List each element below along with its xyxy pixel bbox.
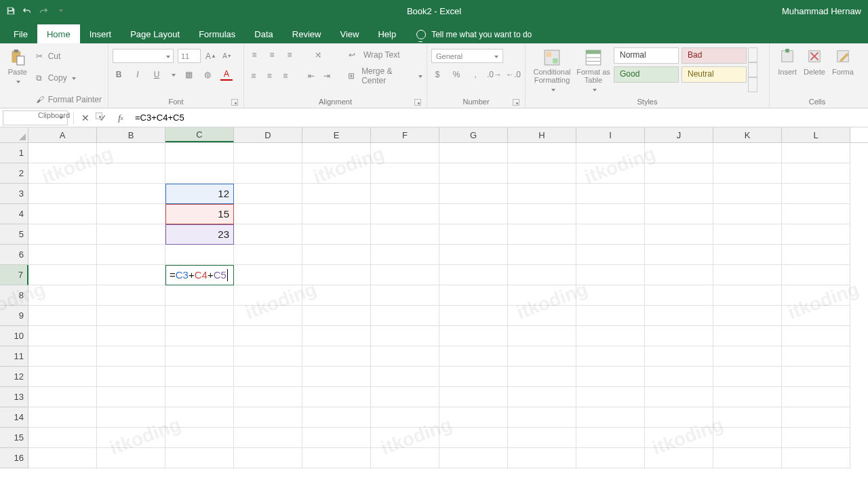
cell-K8[interactable] bbox=[713, 285, 782, 306]
column-header[interactable]: H bbox=[508, 127, 576, 142]
cell-F3[interactable] bbox=[371, 184, 439, 204]
row-header[interactable]: 12 bbox=[0, 367, 28, 387]
tab-insert[interactable]: Insert bbox=[80, 24, 121, 43]
cell-K15[interactable] bbox=[713, 428, 782, 448]
cell-K5[interactable] bbox=[713, 224, 782, 245]
dialog-launcher-icon[interactable] bbox=[96, 113, 102, 119]
font-name-combo[interactable] bbox=[113, 49, 174, 63]
cell-J1[interactable] bbox=[645, 143, 713, 163]
column-header[interactable]: A bbox=[28, 127, 97, 142]
cell-A10[interactable] bbox=[28, 326, 97, 346]
qat-customize-icon[interactable] bbox=[54, 5, 65, 16]
cell-H9[interactable] bbox=[508, 306, 576, 326]
cell-F7[interactable] bbox=[371, 265, 439, 285]
paste-button[interactable]: Paste bbox=[4, 46, 31, 85]
cell-B7[interactable] bbox=[97, 265, 165, 285]
cell-C13[interactable] bbox=[165, 387, 234, 407]
cell-K3[interactable] bbox=[713, 184, 782, 204]
cell-D5[interactable] bbox=[234, 224, 302, 245]
cell-I5[interactable] bbox=[576, 224, 645, 245]
cell-K6[interactable] bbox=[713, 245, 782, 265]
cell-A2[interactable] bbox=[28, 163, 97, 184]
cell-A1[interactable] bbox=[28, 143, 97, 163]
percent-format-icon[interactable]: % bbox=[450, 68, 462, 81]
row-header[interactable]: 7 bbox=[0, 265, 28, 285]
cell-L13[interactable] bbox=[782, 387, 850, 407]
row-header[interactable]: 15 bbox=[0, 428, 28, 448]
cell-B13[interactable] bbox=[97, 387, 165, 407]
cell-E12[interactable] bbox=[302, 367, 371, 387]
cell-K1[interactable] bbox=[713, 143, 782, 163]
column-header[interactable]: L bbox=[782, 127, 850, 142]
cell-I16[interactable] bbox=[576, 448, 645, 468]
cell-E13[interactable] bbox=[302, 387, 371, 407]
cell-C7[interactable]: =C3+C4+C5 bbox=[165, 265, 234, 285]
save-icon[interactable] bbox=[5, 5, 16, 16]
cell-H13[interactable] bbox=[508, 387, 576, 407]
column-header[interactable]: B bbox=[97, 127, 165, 142]
cell-D1[interactable] bbox=[234, 143, 302, 163]
cell-D9[interactable] bbox=[234, 306, 302, 326]
cell-G9[interactable] bbox=[439, 306, 508, 326]
cell-G16[interactable] bbox=[439, 448, 508, 468]
cell-B12[interactable] bbox=[97, 367, 165, 387]
insert-function-button[interactable]: fx bbox=[112, 110, 130, 125]
cell-L2[interactable] bbox=[782, 163, 850, 184]
cell-C1[interactable] bbox=[165, 143, 234, 163]
cell-G1[interactable] bbox=[439, 143, 508, 163]
cell-A16[interactable] bbox=[28, 448, 97, 468]
column-header[interactable]: F bbox=[371, 127, 439, 142]
cell-F5[interactable] bbox=[371, 224, 439, 245]
orientation-icon[interactable]: ⤨ bbox=[312, 49, 324, 61]
cell-B3[interactable] bbox=[97, 184, 165, 204]
cell-I7[interactable] bbox=[576, 265, 645, 285]
column-header[interactable]: C bbox=[165, 127, 234, 142]
cell-C8[interactable] bbox=[165, 285, 234, 306]
cell-K12[interactable] bbox=[713, 367, 782, 387]
cell-H5[interactable] bbox=[508, 224, 576, 245]
cell-D10[interactable] bbox=[234, 326, 302, 346]
cell-I13[interactable] bbox=[576, 387, 645, 407]
style-neutral[interactable]: Neutral bbox=[682, 66, 747, 83]
column-header[interactable]: K bbox=[713, 127, 782, 142]
row-header[interactable]: 13 bbox=[0, 387, 28, 407]
row-header[interactable]: 5 bbox=[0, 224, 28, 245]
align-middle-icon[interactable]: ≡ bbox=[266, 49, 278, 61]
cell-L7[interactable] bbox=[782, 265, 850, 285]
cell-E4[interactable] bbox=[302, 204, 371, 224]
cell-A8[interactable] bbox=[28, 285, 97, 306]
dialog-launcher-icon[interactable] bbox=[414, 99, 421, 106]
cell-H16[interactable] bbox=[508, 448, 576, 468]
cell-H8[interactable] bbox=[508, 285, 576, 306]
comma-format-icon[interactable]: , bbox=[469, 68, 481, 81]
row-header[interactable]: 6 bbox=[0, 245, 28, 265]
cell-C14[interactable] bbox=[165, 407, 234, 428]
align-center-icon[interactable]: ≡ bbox=[264, 70, 274, 82]
tab-page-layout[interactable]: Page Layout bbox=[121, 24, 189, 43]
cell-J11[interactable] bbox=[645, 346, 713, 367]
align-left-icon[interactable]: ≡ bbox=[248, 70, 258, 82]
italic-button[interactable]: I bbox=[132, 68, 144, 81]
cell-L10[interactable] bbox=[782, 326, 850, 346]
cell-J12[interactable] bbox=[645, 367, 713, 387]
cell-A7[interactable] bbox=[28, 265, 97, 285]
column-header[interactable]: I bbox=[576, 127, 645, 142]
cell-L8[interactable] bbox=[782, 285, 850, 306]
row-header[interactable]: 14 bbox=[0, 407, 28, 428]
cell-D8[interactable] bbox=[234, 285, 302, 306]
cell-J5[interactable] bbox=[645, 224, 713, 245]
cell-J15[interactable] bbox=[645, 428, 713, 448]
cell-A12[interactable] bbox=[28, 367, 97, 387]
column-header[interactable]: J bbox=[645, 127, 713, 142]
select-all-button[interactable] bbox=[0, 127, 28, 142]
cell-E6[interactable] bbox=[302, 245, 371, 265]
cell-D3[interactable] bbox=[234, 184, 302, 204]
row-header[interactable]: 3 bbox=[0, 184, 28, 204]
column-header[interactable]: D bbox=[234, 127, 302, 142]
format-cells-button[interactable]: Forma bbox=[828, 46, 858, 76]
number-format-combo[interactable]: General bbox=[431, 49, 503, 63]
cell-B11[interactable] bbox=[97, 346, 165, 367]
cell-L9[interactable] bbox=[782, 306, 850, 326]
cell-B5[interactable] bbox=[97, 224, 165, 245]
cell-I11[interactable] bbox=[576, 346, 645, 367]
